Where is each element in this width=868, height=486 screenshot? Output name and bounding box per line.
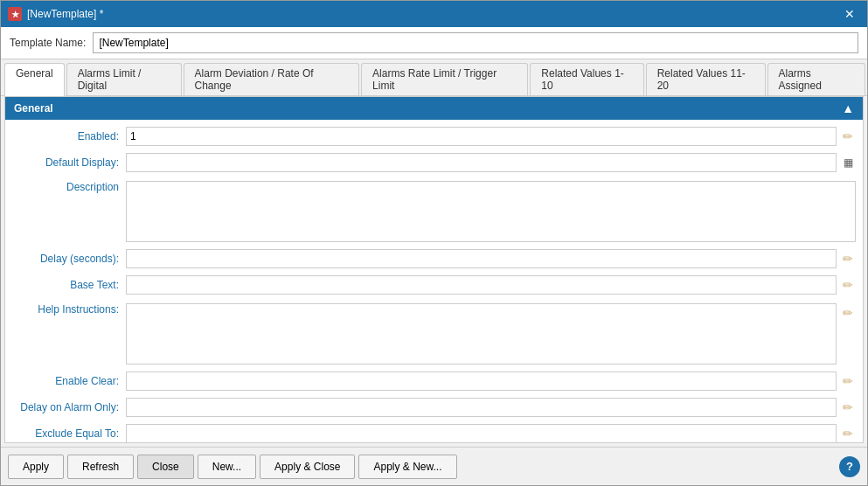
default-display-input[interactable] xyxy=(126,153,837,172)
pencil-icon: ✏ xyxy=(843,278,853,292)
apply-button[interactable]: Apply xyxy=(8,455,64,479)
apply-new-button[interactable]: Apply & New... xyxy=(358,455,456,479)
description-input-wrap xyxy=(126,181,856,242)
template-name-input[interactable] xyxy=(93,32,858,53)
help-instructions-textarea[interactable] xyxy=(126,303,837,364)
section-title: General xyxy=(14,102,53,115)
delay-alarm-label: Delay on Alarm Only: xyxy=(12,401,126,413)
pencil-icon: ✏ xyxy=(843,252,853,266)
help-button[interactable]: ? xyxy=(839,456,860,477)
base-text-edit-icon[interactable]: ✏ xyxy=(840,277,856,293)
tab-alarm-deviation[interactable]: Alarm Deviation / Rate Of Change xyxy=(184,63,360,95)
description-textarea[interactable] xyxy=(126,181,856,242)
tab-alarms-rate-limit[interactable]: Alarms Rate Limit / Trigger Limit xyxy=(361,63,528,95)
exclude-equal-label: Exclude Equal To: xyxy=(12,427,126,440)
content-area: General ▲ Enabled: ✏ Default Display: ▦ xyxy=(4,96,864,443)
apply-close-button[interactable]: Apply & Close xyxy=(260,455,355,479)
base-text-label: Base Text: xyxy=(12,279,126,291)
pencil-icon: ✏ xyxy=(843,129,853,143)
exclude-equal-input[interactable] xyxy=(126,424,837,443)
toolbar-buttons: Apply Refresh Close New... Apply & Close… xyxy=(8,455,457,479)
form-body: Enabled: ✏ Default Display: ▦ Descriptio… xyxy=(5,120,863,443)
base-text-row: Base Text: ✏ xyxy=(5,272,863,298)
pencil-icon: ✏ xyxy=(843,427,853,441)
exclude-equal-row: Exclude Equal To: ✏ xyxy=(5,420,863,443)
delay-edit-icon[interactable]: ✏ xyxy=(840,251,856,267)
exclude-equal-input-wrap: ✏ xyxy=(126,424,856,443)
enable-clear-input[interactable] xyxy=(126,371,837,391)
enabled-row: Enabled: ✏ xyxy=(5,123,863,149)
help-instructions-row: Help Instructions: ✏ xyxy=(5,298,863,368)
exclude-equal-edit-icon[interactable]: ✏ xyxy=(840,426,856,441)
tab-general[interactable]: General xyxy=(4,63,65,96)
delay-alarm-row: Delay on Alarm Only: ✏ xyxy=(5,394,863,420)
tab-alarms-limit-digital[interactable]: Alarms Limit / Digital xyxy=(66,63,182,95)
new-button[interactable]: New... xyxy=(198,455,256,479)
delay-alarm-edit-icon[interactable]: ✏ xyxy=(840,399,856,415)
delay-input-wrap: ✏ xyxy=(126,249,856,268)
description-row: Description xyxy=(5,176,863,246)
pencil-icon: ✏ xyxy=(843,374,853,388)
app-icon: ★ xyxy=(8,7,22,21)
section-header: General ▲ xyxy=(5,97,863,120)
enabled-label: Enabled: xyxy=(12,130,126,142)
delay-row: Delay (seconds): ✏ xyxy=(5,246,863,272)
tab-alarms-assigned[interactable]: Alarms Assigned xyxy=(767,63,865,95)
default-display-label: Default Display: xyxy=(12,156,126,169)
window-title: [NewTemplate] * xyxy=(27,8,839,20)
template-name-label: Template Name: xyxy=(10,37,86,49)
help-instructions-input-wrap: ✏ xyxy=(126,303,856,364)
default-display-row: Default Display: ▦ xyxy=(5,149,863,176)
section-collapse-button[interactable]: ▲ xyxy=(842,101,854,115)
delay-alarm-input-wrap: ✏ xyxy=(126,398,856,417)
template-name-row: Template Name: xyxy=(1,27,867,59)
description-label: Description xyxy=(12,181,126,193)
tabs-row: General Alarms Limit / Digital Alarm Dev… xyxy=(1,59,867,96)
enable-clear-row: Enable Clear: ✏ xyxy=(5,368,863,394)
main-window: ★ [NewTemplate] * ✕ Template Name: Gener… xyxy=(0,0,868,486)
enable-clear-label: Enable Clear: xyxy=(12,375,126,387)
pencil-icon: ✏ xyxy=(843,306,853,320)
enabled-edit-icon[interactable]: ✏ xyxy=(840,128,856,144)
help-instructions-label: Help Instructions: xyxy=(12,303,126,316)
help-instructions-edit-icon[interactable]: ✏ xyxy=(840,305,856,321)
delay-alarm-input[interactable] xyxy=(126,398,837,417)
enabled-input-wrap: ✏ xyxy=(126,127,856,146)
default-display-browse-icon[interactable]: ▦ xyxy=(840,155,856,170)
delay-input[interactable] xyxy=(126,249,837,268)
refresh-button[interactable]: Refresh xyxy=(67,455,134,479)
delay-label: Delay (seconds): xyxy=(12,253,126,265)
window-close-button[interactable]: ✕ xyxy=(839,5,860,23)
title-bar: ★ [NewTemplate] * ✕ xyxy=(1,1,867,27)
tab-related-values-1-10[interactable]: Related Values 1-10 xyxy=(530,63,643,95)
close-button[interactable]: Close xyxy=(137,455,194,479)
default-display-input-wrap: ▦ xyxy=(126,153,856,172)
browse-icon: ▦ xyxy=(844,156,853,169)
tab-related-values-11-20[interactable]: Related Values 11-20 xyxy=(646,63,766,95)
enable-clear-input-wrap: ✏ xyxy=(126,371,856,391)
bottom-toolbar: Apply Refresh Close New... Apply & Close… xyxy=(1,447,867,485)
base-text-input-wrap: ✏ xyxy=(126,275,856,295)
enabled-input[interactable] xyxy=(126,127,837,146)
enable-clear-edit-icon[interactable]: ✏ xyxy=(840,373,856,389)
pencil-icon: ✏ xyxy=(843,400,853,414)
toolbar-right: ? xyxy=(839,456,860,477)
base-text-input[interactable] xyxy=(126,275,837,295)
